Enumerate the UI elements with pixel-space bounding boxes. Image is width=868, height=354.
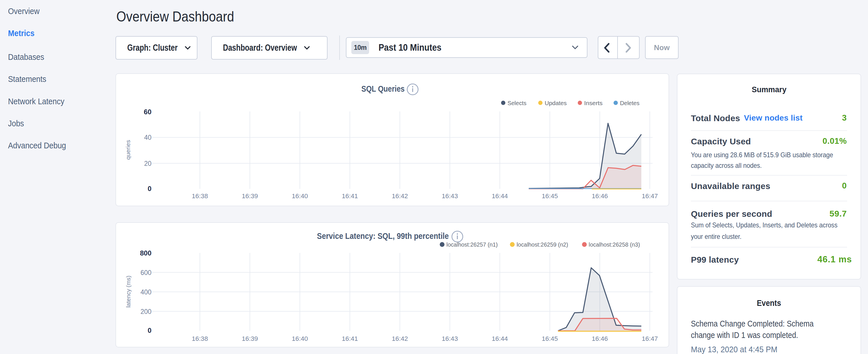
svg-text:200: 200 [141,308,151,315]
svg-text:16:44: 16:44 [492,335,508,342]
svg-text:60: 60 [144,108,152,116]
svg-text:SQL Queries: SQL Queries [361,84,405,93]
svg-text:Deletes: Deletes [620,100,640,106]
svg-text:16:41: 16:41 [342,192,358,200]
svg-text:16:42: 16:42 [392,192,408,200]
svg-text:queries: queries [125,140,131,160]
svg-text:16:46: 16:46 [592,192,608,200]
svg-text:16:42: 16:42 [392,335,408,342]
svg-text:20: 20 [144,160,152,167]
svg-text:16:38: 16:38 [192,335,208,342]
svg-text:16:40: 16:40 [292,335,308,342]
svg-text:localhost:26258 (n3): localhost:26258 (n3) [589,241,640,248]
svg-text:Updates: Updates [545,100,567,106]
svg-text:16:40: 16:40 [292,192,308,200]
svg-text:Inserts: Inserts [584,100,602,106]
svg-text:16:47: 16:47 [642,335,658,342]
svg-text:16:46: 16:46 [592,335,608,342]
svg-text:Selects: Selects [507,100,526,106]
svg-text:16:47: 16:47 [642,192,658,200]
svg-text:Service Latency: SQL, 99th per: Service Latency: SQL, 99th percentile [317,231,449,240]
svg-text:16:41: 16:41 [342,335,358,342]
svg-text:16:44: 16:44 [492,192,508,200]
svg-text:16:43: 16:43 [442,335,458,342]
svg-text:600: 600 [141,269,151,277]
svg-text:16:43: 16:43 [442,192,458,200]
svg-text:16:45: 16:45 [541,335,558,342]
svg-text:latency (ms): latency (ms) [125,276,131,308]
svg-text:localhost:26257 (n1): localhost:26257 (n1) [446,241,498,248]
svg-text:16:39: 16:39 [242,192,258,200]
svg-text:800: 800 [140,249,151,257]
svg-text:16:45: 16:45 [541,192,558,200]
svg-text:0: 0 [148,185,151,192]
svg-text:40: 40 [144,134,152,141]
svg-text:16:38: 16:38 [192,192,208,200]
svg-text:16:39: 16:39 [242,335,258,342]
svg-text:0: 0 [148,326,151,334]
svg-text:localhost:26259 (n2): localhost:26259 (n2) [517,241,568,248]
svg-text:400: 400 [141,288,151,296]
